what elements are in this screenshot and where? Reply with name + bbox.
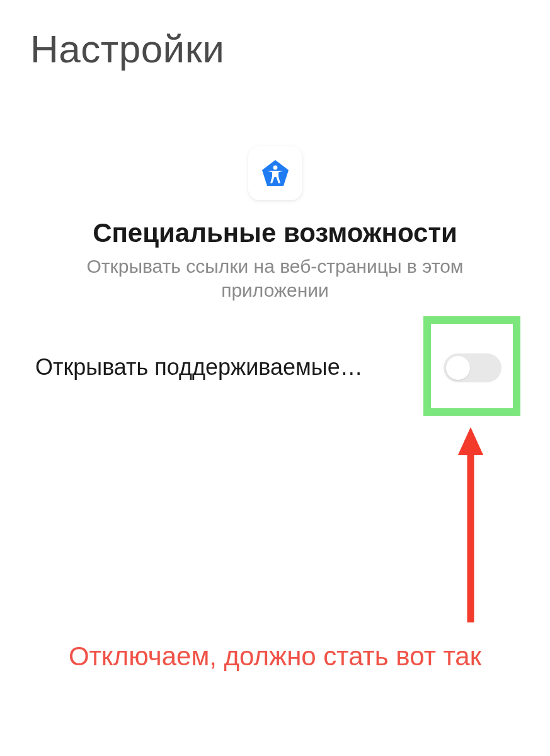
svg-point-1: [273, 166, 277, 170]
accessibility-app-icon: [248, 146, 302, 200]
accessibility-pentagon-icon: [260, 158, 291, 189]
setting-label: Открывать поддерживаемые…: [35, 354, 363, 381]
page-title: Настройки: [30, 26, 225, 71]
annotation-text: Отключаем, должно стать вот так: [0, 641, 550, 672]
toggle-knob: [446, 356, 470, 380]
section-title: Специальные возможности: [0, 218, 550, 248]
section-subtitle: Открывать ссылки на веб-страницы в этом …: [57, 255, 493, 303]
open-supported-toggle[interactable]: [444, 353, 501, 382]
svg-marker-3: [458, 427, 483, 455]
annotation-arrow: [455, 427, 486, 622]
